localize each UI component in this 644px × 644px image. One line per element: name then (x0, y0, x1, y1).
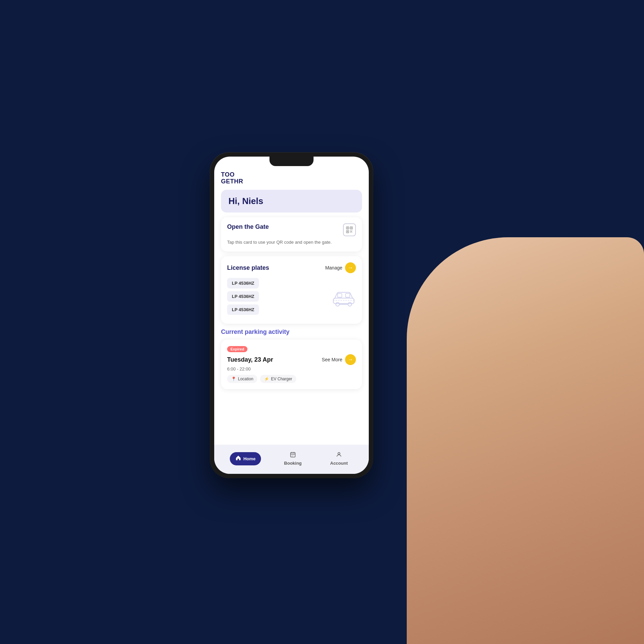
nav-booking[interactable]: Booking (279, 449, 307, 468)
svg-rect-4 (351, 227, 352, 228)
svg-rect-9 (338, 294, 342, 297)
home-label: Home (243, 456, 256, 461)
open-gate-description: Tap this card to use your QR code and op… (227, 239, 356, 246)
open-gate-title: Open the Gate (227, 223, 269, 230)
phone-notch (269, 157, 314, 166)
qr-icon (343, 223, 356, 236)
nav-home[interactable]: Home (230, 452, 261, 465)
location-pin-icon: 📍 (231, 377, 236, 381)
parking-date: Tuesday, 23 Apr (227, 356, 273, 363)
app-content: TOO GETHR Hi, Niels Open the Gate (214, 166, 369, 445)
parking-time: 6:00 - 22:00 (227, 366, 356, 371)
svg-rect-5 (347, 231, 348, 232)
parking-activity-card: Expired Tuesday, 23 Apr See More → 6:00 … (221, 340, 362, 389)
ev-charger-icon: ⚡ (264, 377, 269, 381)
manage-arrow-icon: → (345, 262, 356, 273)
greeting-banner: Hi, Niels (221, 190, 362, 213)
nav-account[interactable]: Account (325, 449, 353, 468)
see-more-button[interactable]: See More → (322, 354, 356, 365)
expired-badge: Expired (227, 346, 247, 352)
ev-charger-tag: ⚡ EV Charger (260, 375, 296, 383)
see-more-arrow-icon: → (345, 354, 356, 365)
car-icon (331, 285, 356, 311)
svg-rect-10 (345, 294, 350, 297)
parking-tags-row: 📍 Location ⚡ EV Charger (227, 375, 356, 383)
greeting-text: Hi, Niels (228, 196, 355, 206)
svg-point-7 (336, 302, 340, 306)
plates-and-car-layout: LP 4536HZ LP 4536HZ LP 4536HZ (227, 278, 356, 318)
plate-tag-2: LP 4536HZ (227, 291, 259, 302)
svg-rect-11 (290, 452, 295, 457)
location-label: Location (238, 377, 253, 381)
manage-button[interactable]: Manage → (325, 262, 356, 273)
plate-tag-1: LP 4536HZ (227, 278, 259, 288)
app-logo: TOO GETHR (221, 172, 362, 185)
ev-charger-label: EV Charger (271, 377, 292, 381)
booking-label: Booking (284, 461, 302, 466)
license-plates-title: License plates (227, 264, 269, 271)
plates-list: LP 4536HZ LP 4536HZ LP 4536HZ (227, 278, 259, 318)
plate-tag-3: LP 4536HZ (227, 304, 259, 315)
parking-section: Current parking activity Expired Tuesday… (221, 328, 362, 389)
svg-point-8 (348, 302, 352, 306)
bottom-navigation: Home Booking (214, 445, 369, 474)
home-icon (235, 455, 241, 463)
open-gate-card[interactable]: Open the Gate (221, 217, 362, 252)
phone-shell: TOO GETHR Hi, Niels Open the Gate (210, 153, 373, 478)
parking-section-title: Current parking activity (221, 328, 362, 336)
license-plates-card: License plates Manage → LP 4536HZ LP 453… (221, 256, 362, 324)
hand-decoration (407, 237, 644, 644)
svg-rect-3 (347, 227, 348, 228)
phone-mockup: TOO GETHR Hi, Niels Open the Gate (210, 153, 373, 478)
account-icon (336, 451, 342, 459)
phone-screen: TOO GETHR Hi, Niels Open the Gate (214, 157, 369, 474)
account-label: Account (330, 461, 348, 466)
location-tag: 📍 Location (227, 375, 257, 383)
svg-point-12 (338, 452, 340, 455)
booking-icon (290, 451, 296, 459)
